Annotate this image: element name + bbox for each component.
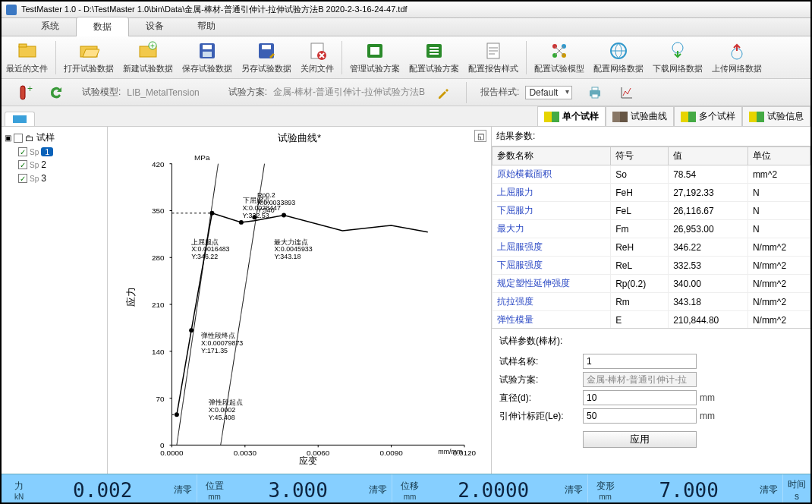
position-value: 3.000 xyxy=(228,479,370,502)
svg-rect-7 xyxy=(203,45,212,49)
ribbon-new[interactable]: +新建试验数据 xyxy=(118,38,178,77)
specimen-scheme-label: 试验方案: xyxy=(499,373,583,386)
expand-chart-icon[interactable]: ◱ xyxy=(474,130,486,142)
left-tab[interactable] xyxy=(5,112,35,126)
strain-value: 7.000 xyxy=(618,479,760,502)
tab-single[interactable]: 单个试样 xyxy=(537,106,606,126)
tab-info[interactable]: 试验信息 xyxy=(742,106,810,126)
ribbon-upload[interactable]: 上传网络数据 xyxy=(707,38,766,77)
svg-text:Y:45.408: Y:45.408 xyxy=(209,414,235,421)
ribbon-folder[interactable]: 最近的文件 xyxy=(2,38,52,77)
ribbon-save[interactable]: 保存试验数据 xyxy=(178,38,237,77)
svg-text:X:0.00079873: X:0.00079873 xyxy=(201,339,243,347)
chart-pane: ◱ 试验曲线* MPa 0701402102803504200.00000.00… xyxy=(108,127,492,474)
tree-item-2[interactable]: ✓Sp2 xyxy=(18,159,104,170)
svg-rect-30 xyxy=(592,87,598,90)
clear-force[interactable]: 清零 xyxy=(174,484,192,496)
le-label: 引伸计标距(Le): xyxy=(499,410,583,423)
model-value: LIB_MetalTension xyxy=(127,87,199,98)
dia-label: 直径(d): xyxy=(499,392,583,405)
svg-rect-31 xyxy=(592,94,598,98)
report-combo[interactable]: Default xyxy=(525,86,572,99)
menu-device[interactable]: 设备 xyxy=(129,17,181,36)
svg-text:140: 140 xyxy=(152,348,165,356)
scheme-value: 金属-棒材-普通引伸计-拉伸试验方法B xyxy=(273,86,425,99)
svg-point-63 xyxy=(189,328,194,332)
specimen-name-label: 试样名称: xyxy=(499,355,583,368)
chart-icon[interactable] xyxy=(618,83,636,102)
svg-text:+: + xyxy=(150,42,155,50)
result-row: 抗拉强度Rm343.18N/mm^2 xyxy=(493,293,810,311)
ribbon-close[interactable]: 关闭文件 xyxy=(296,38,338,77)
svg-rect-27 xyxy=(20,86,25,99)
root-check[interactable] xyxy=(14,134,23,143)
svg-text:mm/mm: mm/mm xyxy=(438,448,462,455)
apply-button[interactable]: 应用 xyxy=(583,431,697,448)
svg-rect-10 xyxy=(262,45,271,49)
chart-canvas: MPa 0701402102803504200.00000.00300.0060… xyxy=(112,145,486,468)
menu-system[interactable]: 系统 xyxy=(24,17,76,36)
dia-input[interactable] xyxy=(583,390,697,405)
result-row: 上屈服强度ReH346.22N/mm^2 xyxy=(493,238,810,257)
ribbon-download[interactable]: 下载网络数据 xyxy=(648,38,707,77)
sub-toolbar: + 试验模型: LIB_MetalTension 试验方案: 金属-棒材-普通引… xyxy=(2,79,810,106)
menu-help[interactable]: 帮助 xyxy=(181,17,232,36)
svg-text:Y:332.53: Y:332.53 xyxy=(243,212,269,219)
specimen-tree: ▣🗀试样 ✓Sp1 ✓Sp2 ✓Sp3 xyxy=(2,127,108,474)
clear-position[interactable]: 清零 xyxy=(369,484,387,496)
svg-text:弹性段终点: 弹性段终点 xyxy=(201,332,235,339)
result-row: 下屈服强度ReL332.53N/mm^2 xyxy=(493,257,810,275)
specimen-scheme-input xyxy=(583,372,697,387)
tree-item-1[interactable]: ✓Sp1 xyxy=(18,147,104,156)
edit-icon[interactable] xyxy=(434,83,452,102)
ribbon-model[interactable]: 配置试验模型 xyxy=(530,38,589,77)
result-row: 原始横截面积So78.54mm^2 xyxy=(493,165,810,184)
tab-multi[interactable]: 多个试样 xyxy=(674,106,742,126)
report-label: 报告样式: xyxy=(480,86,519,99)
svg-text:下屈服点: 下屈服点 xyxy=(243,197,270,204)
svg-text:280: 280 xyxy=(152,254,165,262)
clear-disp[interactable]: 清零 xyxy=(565,484,583,496)
svg-text:应变: 应变 xyxy=(300,455,318,466)
specimen-head: 试样参数(棒材): xyxy=(499,335,803,348)
svg-rect-1 xyxy=(19,44,27,47)
svg-text:420: 420 xyxy=(152,160,165,169)
svg-text:Y:171.35: Y:171.35 xyxy=(201,347,228,354)
ribbon-conf-g[interactable]: 配置试验方案 xyxy=(404,38,464,77)
svg-text:上屈服点: 上屈服点 xyxy=(191,238,219,246)
svg-text:Y:346.22: Y:346.22 xyxy=(191,253,218,260)
ribbon: 最近的文件打开试验数据+新建试验数据保存试验数据另存试验数据关闭文件管理试验方案… xyxy=(2,36,810,79)
results-pane: 结果参数: 参数名称符号值单位原始横截面积So78.54mm^2上屈服力FeH2… xyxy=(492,127,810,474)
svg-point-65 xyxy=(239,220,244,225)
svg-text:X:0.0016483: X:0.0016483 xyxy=(191,245,229,253)
ribbon-manage-g[interactable]: 管理试验方案 xyxy=(345,38,404,77)
le-input[interactable] xyxy=(583,408,697,424)
specimen-params: 试样参数(棒材): 试样名称: 试验方案: 直径(d):mm 引伸计标距(Le)… xyxy=(492,329,810,454)
svg-rect-14 xyxy=(370,47,379,55)
specimen-name-input[interactable] xyxy=(583,354,697,369)
clear-strain[interactable]: 清零 xyxy=(760,484,778,496)
refresh-icon[interactable] xyxy=(47,83,65,102)
force-value: 0.002 xyxy=(32,479,174,502)
new-specimen-icon[interactable]: + xyxy=(15,83,33,102)
menubar: 系统 数据 设备 帮助 xyxy=(2,18,810,36)
ribbon-saveas[interactable]: 另存试验数据 xyxy=(237,38,296,77)
svg-rect-0 xyxy=(19,46,36,57)
svg-text:X:0.0028447: X:0.0028447 xyxy=(243,204,281,212)
tree-item-3[interactable]: ✓Sp3 xyxy=(18,173,104,184)
svg-text:X:0.0002: X:0.0002 xyxy=(209,406,236,414)
statusbar: 力kN0.002清零 位置mm3.000清零 位移mm2.0000清零 变形mm… xyxy=(2,474,810,504)
svg-text:MPa: MPa xyxy=(194,153,210,162)
print-icon[interactable] xyxy=(586,83,604,102)
ribbon-report[interactable]: 配置报告样式 xyxy=(464,38,523,77)
result-row: 弹性模量E210,844.80N/mm^2 xyxy=(493,311,810,329)
svg-rect-18 xyxy=(430,53,439,55)
model-label: 试验模型: xyxy=(82,86,121,99)
menu-data[interactable]: 数据 xyxy=(76,17,129,36)
ribbon-net[interactable]: 配置网络数据 xyxy=(589,38,648,77)
tab-curve[interactable]: 试验曲线 xyxy=(606,106,674,126)
ribbon-open[interactable]: 打开试验数据 xyxy=(59,38,118,77)
svg-rect-8 xyxy=(203,52,212,57)
svg-point-64 xyxy=(209,211,214,216)
result-row: 下屈服力FeL26,116.67N xyxy=(493,202,810,220)
